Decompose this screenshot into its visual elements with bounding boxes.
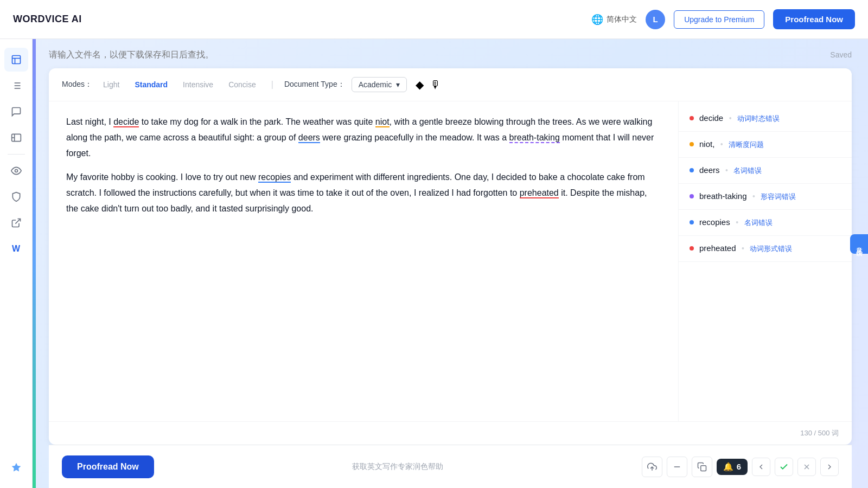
sidebar-item-word[interactable]: W [4,237,28,261]
error-deers: deers [298,133,320,143]
reject-button[interactable] [797,458,816,476]
error-item-niot[interactable]: niot, • 清晰度问题 [679,132,852,158]
saved-status: Saved [830,50,852,59]
error-item-deers[interactable]: deers • 名词错误 [679,158,852,184]
proofread-now-button-header[interactable]: Proofread Now [773,9,855,29]
error-preheated: preheated [520,188,559,198]
error-word-niot: niot, [699,139,714,149]
upload-button[interactable] [642,457,662,477]
feedback-tab[interactable]: 意见反馈 [850,234,868,254]
accept-button[interactable] [775,458,793,476]
mode-intensive[interactable]: Intensive [178,78,218,91]
error-sep-2: • [720,140,723,149]
alert-count: 6 [737,462,741,471]
mode-standard[interactable]: Standard [130,78,172,91]
paragraph-2: My favorite hobby is cooking. I love to … [66,170,661,216]
filename-bar: Saved [49,50,852,60]
prev-arrow-button[interactable] [752,458,770,476]
doc-type-select[interactable]: Academic ▾ [352,77,407,92]
dropdown-arrow-icon: ▾ [396,80,400,89]
minimize-button[interactable] [667,457,687,477]
error-breath-taking: breath-taking [509,133,560,143]
sidebar-item-export[interactable] [4,211,28,235]
header: WORDVICE AI 🌐 简体中文 L Upgrade to Premium … [0,0,868,39]
editor-split: Last night, I decide to take my dog for … [49,101,852,421]
alert-badge[interactable]: 🔔 6 [717,459,748,475]
doc-type-label: Document Type： [284,80,345,89]
error-type-deers: 名词错误 [733,166,762,175]
sidebar-item-shield[interactable] [4,185,28,209]
main-layout: W Saved Modes： Light Standard Intensive … [0,39,868,488]
error-type-decide: 动词时态错误 [737,114,780,123]
editor-card: Modes： Light Standard Intensive Concise … [49,68,852,445]
mode-separator: | [271,80,273,89]
error-dot-deers [690,168,694,172]
next-arrow-button[interactable] [820,458,839,476]
sidebar-item-document[interactable] [4,48,28,72]
error-sep-3: • [725,166,728,175]
error-item-recopies[interactable]: recopies • 名词错误 [679,210,852,236]
error-type-breath-taking: 形容词错误 [761,192,796,201]
sidebar-item-list[interactable] [4,74,28,98]
error-niot: niot [375,117,390,127]
error-dot-recopies [690,220,694,224]
error-word-breath-taking: breath-taking [699,191,747,201]
header-right: 🌐 简体中文 L Upgrade to Premium Proofread No… [591,9,855,29]
svg-point-8 [15,170,17,172]
error-recopies: recopies [258,172,291,183]
bottom-icons: 🔔 6 [642,457,839,477]
error-sep-6: • [742,244,744,253]
error-word-deers: deers [699,165,720,175]
error-item-preheated[interactable]: preheated • 动词形式错误 [679,236,852,262]
sidebar-item-premium[interactable] [4,455,28,479]
svg-rect-0 [12,56,20,64]
content-area: Saved Modes： Light Standard Intensive Co… [33,39,868,488]
avatar[interactable]: L [646,10,665,29]
doc-type-value: Academic [359,80,392,89]
error-sep-1: • [729,114,732,123]
error-dot-niot [690,142,694,146]
error-sep-5: • [736,218,738,227]
errors-panel: decide • 动词时态错误 niot, • 清晰度问题 [678,101,852,421]
sidebar-item-user[interactable] [4,126,28,150]
copy-button[interactable] [692,457,712,477]
error-item-breath-taking[interactable]: breath-taking • 形容词错误 [679,184,852,210]
error-dot-preheated [690,246,694,251]
word-count: 130 / 500 词 [49,421,852,445]
error-word-preheated: preheated [699,243,736,253]
error-dot-decide [690,116,694,120]
logo: WORDVICE AI [13,14,82,25]
error-sep-4: • [752,192,755,201]
sidebar: W [0,39,33,488]
language-selector[interactable]: 🌐 简体中文 [591,14,637,25]
paragraph-1: Last night, I decide to take my dog for … [66,114,661,161]
mode-concise[interactable]: Concise [224,78,260,91]
error-decide: decide [113,117,139,127]
sidebar-divider [8,154,25,155]
modes-label: Modes： [62,80,92,89]
modes-bar: Modes： Light Standard Intensive Concise … [49,68,852,101]
error-type-niot: 清晰度问题 [729,140,764,149]
mode-light[interactable]: Light [99,78,124,91]
text-editor[interactable]: Last night, I decide to take my dog for … [49,101,678,421]
error-item-decide[interactable]: decide • 动词时态错误 [679,106,852,132]
bell-icon: 🔔 [723,462,733,472]
sidebar-item-chat[interactable] [4,100,28,124]
svg-marker-10 [11,463,21,472]
error-type-preheated: 动词形式错误 [750,245,792,253]
proofread-now-button-bottom[interactable]: Proofread Now [62,455,154,478]
helper-text: 获取英文写作专家润色帮助 [167,462,629,472]
error-dot-breath-taking [690,194,694,198]
eraser-icon[interactable]: ◆ [416,78,424,91]
lang-label: 简体中文 [607,15,637,24]
svg-rect-13 [700,465,706,471]
bottom-bar: Proofread Now 获取英文写作专家润色帮助 🔔 6 [49,445,852,488]
mode-icons: ◆ 🎙 [416,78,441,91]
sidebar-item-eye[interactable] [4,159,28,183]
error-type-recopies: 名词错误 [744,219,773,227]
upgrade-button[interactable]: Upgrade to Premium [674,10,764,29]
filename-input[interactable] [49,50,830,60]
globe-icon: 🌐 [591,14,603,25]
svg-line-9 [15,219,20,224]
mic-icon[interactable]: 🎙 [430,79,441,91]
